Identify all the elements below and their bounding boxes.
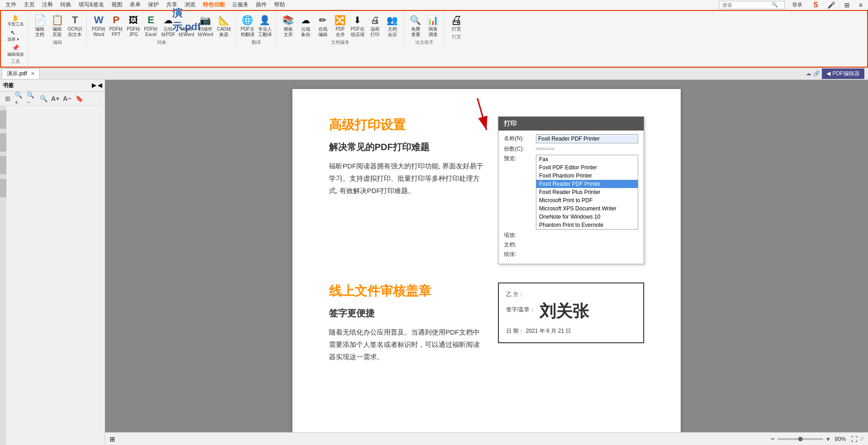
panel-icon-3[interactable] bbox=[0, 156, 6, 174]
sidebar-tool-zoom-in[interactable]: 🔍+ bbox=[15, 94, 25, 104]
scan-to-word-btn[interactable]: 📷 扫描件转Word bbox=[196, 13, 215, 38]
pdf-editor-label: PDF编辑器 bbox=[832, 70, 860, 78]
zoom-slider[interactable] bbox=[778, 438, 823, 440]
ocr-btn[interactable]: T OCR识别文本 bbox=[66, 13, 84, 38]
pdf-compress-btn[interactable]: ⬇ PDF在线压缩 bbox=[349, 13, 366, 38]
ribbon: ✋ 手型工具 ↖ 选择 ▾ 📌 编辑缩放 bbox=[0, 10, 868, 68]
print-row-zoom: 缩放: bbox=[504, 231, 638, 239]
bottom-minus-btn[interactable]: − bbox=[771, 435, 775, 443]
sidebar-tool-font-up[interactable]: A+ bbox=[50, 94, 60, 104]
scan-label: 扫描件转Word bbox=[198, 26, 213, 37]
menu-bar: 文件 主页 注释 转换 填写&签名 视图 表单 保护 共享 浏览 特色功能 云服… bbox=[0, 0, 868, 10]
panel-icon-1[interactable] bbox=[0, 110, 6, 129]
pdf-subtitle-print: 解决常见的PDF打印难题 bbox=[329, 141, 484, 153]
bottom-plus-btn[interactable]: + bbox=[826, 435, 830, 443]
menu-form[interactable]: 表单 bbox=[126, 0, 144, 10]
pdf-word-label: PDF转Word bbox=[92, 26, 106, 37]
pdf-to-word-btn[interactable]: W PDF转Word bbox=[90, 13, 107, 38]
menu-protect[interactable]: 保护 bbox=[144, 0, 163, 10]
bottom-expand-icon[interactable]: ⊞ bbox=[110, 435, 115, 443]
grid-icon[interactable]: ⊞ bbox=[841, 0, 853, 10]
menu-convert[interactable]: 转换 bbox=[57, 0, 75, 10]
sidebar-tool-bookmark[interactable]: 🔖 bbox=[74, 94, 84, 104]
sig-date-value: 2021 年 6 月 21 日 bbox=[526, 328, 571, 334]
mic-icon[interactable]: 🎤 bbox=[824, 0, 839, 10]
menu-file[interactable]: 文件 bbox=[2, 0, 20, 10]
printer-foxit-phantom[interactable]: Foxit Phantom Printer bbox=[536, 172, 638, 180]
paper-survey-label: 阅卷调查 bbox=[429, 26, 438, 37]
pdf-compress-icon: ⬇ bbox=[351, 14, 364, 26]
cad-btn[interactable]: 📐 CAD转换器 bbox=[216, 13, 233, 38]
pdf-title-print: 高级打印设置 bbox=[329, 116, 484, 134]
pdf-tab[interactable]: 演示.pdf ✕ bbox=[2, 68, 40, 79]
sidebar: 书签 ▶ ◀ ⊞ 🔍+ 🔍− 🔍 A+ A− 🔖 bbox=[0, 80, 105, 445]
remote-print-btn[interactable]: 🖨 远程打印 bbox=[367, 13, 383, 38]
printer-ms-xps[interactable]: Microsoft XPS Document Writer bbox=[536, 204, 638, 213]
printer-foxit-reader[interactable]: Foxit Reader PDF Printer bbox=[536, 180, 638, 188]
menu-help[interactable]: 帮助 bbox=[270, 0, 289, 10]
free-check-btn[interactable]: 🔍 免费查重 bbox=[408, 13, 424, 38]
print-btn[interactable]: 🖨 打宽 bbox=[448, 13, 465, 33]
copies-field[interactable] bbox=[536, 148, 554, 150]
doc-meeting-btn[interactable]: 👥 文档会议 bbox=[384, 13, 401, 38]
free-check-icon: 🔍 bbox=[409, 14, 422, 26]
edit-page-btn[interactable]: 📋 编辑页面 bbox=[49, 13, 65, 38]
sidebar-tool-zoom-out[interactable]: 🔍− bbox=[26, 94, 37, 104]
pdf-to-excel-btn[interactable]: E PDF转Excel bbox=[143, 13, 159, 38]
cloud-backup-btn[interactable]: ☁ 云端备份 bbox=[297, 13, 314, 38]
paper-survey-btn[interactable]: 📊 阅卷调查 bbox=[425, 13, 441, 38]
printer-phantom-evernote[interactable]: Phantom Print to Evernote bbox=[536, 221, 638, 229]
zoom-tool-btn[interactable]: 📌 编辑缩放 bbox=[6, 43, 25, 58]
sidebar-tool-font-down[interactable]: A− bbox=[62, 94, 72, 104]
select-tool-btn[interactable]: ↖ 选择 ▾ bbox=[6, 28, 20, 42]
pdf-to-ppt-btn[interactable]: P PDF转PPT bbox=[108, 13, 124, 38]
pdf-merge-btn[interactable]: 🔀 PDF合并 bbox=[332, 13, 349, 38]
print-row-doc: 文档: bbox=[504, 241, 638, 249]
hand-tool-btn[interactable]: ✋ 手型工具 bbox=[6, 13, 25, 27]
menu-home[interactable]: 主页 bbox=[20, 0, 38, 10]
tab-bar: 演示.pdf ✕ ☁ 🔗 ◀ PDF编辑器 bbox=[0, 68, 868, 80]
print-row-paper: 纸张: bbox=[504, 251, 638, 258]
menu-comment[interactable]: 注释 bbox=[38, 0, 57, 10]
printer-onenote[interactable]: OneNote for Windows 10 bbox=[536, 213, 638, 221]
pdf-subtitle-signature: 签字更便捷 bbox=[329, 307, 484, 319]
edit-doc-btn[interactable]: 📄 编辑文档 bbox=[32, 13, 48, 38]
arrow-icon: ◀ bbox=[826, 70, 831, 77]
search-box[interactable]: 🔍 bbox=[719, 1, 785, 9]
fullscreen-btn[interactable]: ⛶ bbox=[851, 435, 857, 443]
collapse-icon[interactable]: ◀ bbox=[98, 82, 102, 89]
menu-plugin[interactable]: 插件 bbox=[252, 0, 270, 10]
login-btn[interactable]: 登录 bbox=[789, 0, 806, 9]
pdf-to-jpg-btn[interactable]: 🖼 PDF转JPG bbox=[125, 13, 142, 38]
expand-icon[interactable]: ▶ bbox=[92, 82, 96, 89]
sidebar-tool-zoom-fit[interactable]: 🔍 bbox=[38, 94, 48, 104]
tab-close-btn[interactable]: ✕ bbox=[31, 71, 35, 77]
menu-special[interactable]: 特色功能 bbox=[199, 0, 228, 10]
template-btn[interactable]: 📚 模板文库 bbox=[280, 13, 296, 38]
panel-icon-2[interactable] bbox=[0, 133, 6, 152]
online-edit-btn[interactable]: ✏ 在线编辑 bbox=[315, 13, 331, 38]
print-dialog: 打印 名称(N): Foxit Reader PDF Printer 份数(C)… bbox=[498, 116, 644, 264]
template-icon: 📚 bbox=[282, 14, 295, 26]
print-paper-label: 纸张: bbox=[504, 251, 536, 258]
panel-icon-4[interactable] bbox=[0, 179, 6, 197]
search-input[interactable] bbox=[722, 2, 768, 8]
printer-list[interactable]: Fax Foxit PDF Editor Printer Foxit Phant… bbox=[536, 155, 638, 230]
pdf-area[interactable]: 高级打印设置 解决常见的PDF打印难题 福昕PDF阅读器拥有强大的打印功能, 界… bbox=[105, 80, 868, 445]
word-to-word-btn[interactable]: 演示.pdf Word转Word bbox=[177, 13, 196, 38]
pdf-editor-panel-btn[interactable]: ◀ PDF编辑器 bbox=[822, 68, 864, 79]
more-icon[interactable]: ≡ bbox=[855, 0, 866, 10]
ribbon-section-convert: W PDF转Word P PDF转PPT 🖼 PDF转JPG E PDF转Exc… bbox=[88, 13, 236, 46]
sidebar-tool-grid[interactable]: ⊞ bbox=[3, 94, 13, 104]
printer-fax[interactable]: Fax bbox=[536, 155, 638, 163]
menu-sign[interactable]: 填写&签名 bbox=[75, 0, 108, 10]
pdf-merge-label: PDF合并 bbox=[336, 26, 345, 37]
pro-translate-btn[interactable]: 👤 专业人工翻译 bbox=[257, 13, 273, 38]
printer-foxit-reader-plus[interactable]: Foxit Reader Plus Printer bbox=[536, 188, 638, 196]
printer-ms-pdf[interactable]: Microsoft Print to PDF bbox=[536, 196, 638, 204]
printer-foxit-editor[interactable]: Foxit PDF Editor Printer bbox=[536, 163, 638, 172]
zoom-thumb[interactable] bbox=[798, 437, 803, 441]
menu-view[interactable]: 视图 bbox=[108, 0, 126, 10]
menu-cloud[interactable]: 云服务 bbox=[228, 0, 252, 10]
pdf-translate-btn[interactable]: 🌐 PDF文档翻译 bbox=[239, 13, 256, 38]
